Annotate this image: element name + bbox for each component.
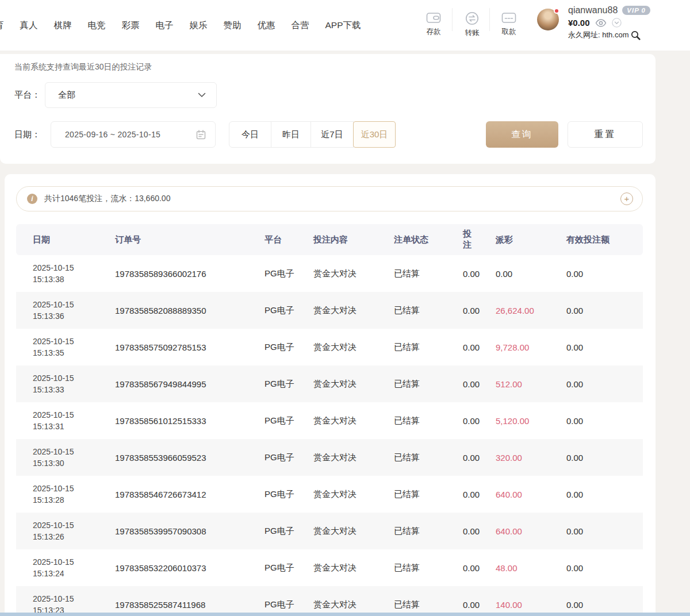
cell-valid-amount: 0.00 — [549, 402, 643, 439]
cell-bet-amount: 0.00 — [446, 586, 478, 616]
quick-30days-button[interactable]: 近30日 — [353, 121, 396, 148]
cell-platform: PG电子 — [247, 513, 296, 549]
bet-records-table: 日期订单号平台投注内容注单状态投注派彩有效投注额 2025-10-1515:13… — [16, 224, 643, 616]
filter-panel: 当前系统支持查询最近30日的投注记录 平台： 全部 日期： 2025-09-16… — [0, 54, 656, 164]
nav-item-6[interactable]: 赞助 — [224, 20, 241, 32]
summary-bar: i 共计1046笔投注，流水：13,660.00 + — [16, 186, 643, 211]
platform-select[interactable]: 全部 — [45, 82, 217, 108]
nav-item-partial[interactable]: 育 — [0, 20, 4, 32]
date-range-picker[interactable]: 2025-09-16 ~ 2025-10-15 — [51, 121, 216, 148]
bottom-scrollbar[interactable] — [0, 613, 690, 616]
user-info: qianwanu88 VIP 0 ¥0.00 永久网址: hth.com — [568, 5, 650, 40]
cell-date: 2025-10-1515:13:31 — [16, 402, 98, 439]
calendar-icon — [196, 130, 206, 140]
nav-item-9[interactable]: APP下载 — [325, 20, 361, 32]
top-bar: 育 真人棋牌电竞彩票电子娱乐赞助优惠合营APP下载 存款 转账 取款 qianw… — [0, 0, 690, 51]
eye-icon[interactable] — [595, 19, 607, 27]
vip-badge: VIP 0 — [622, 6, 650, 15]
cell-status: 已结算 — [377, 365, 446, 402]
cell-bet-amount: 0.00 — [446, 402, 478, 439]
deposit-button[interactable]: 存款 — [419, 11, 448, 37]
cell-payout: 0.00 — [478, 255, 549, 292]
table-row: 2025-10-1515:13:381978358589366002176PG电… — [16, 255, 643, 292]
date-label: 日期： — [14, 129, 40, 140]
withdraw-button[interactable]: 取款 — [494, 11, 524, 37]
nav-item-7[interactable]: 优惠 — [258, 20, 275, 32]
info-icon: i — [27, 194, 37, 204]
nav-item-1[interactable]: 棋牌 — [54, 20, 72, 32]
cell-order-number: 1978358582088889350 — [98, 292, 247, 329]
cell-bet-content: 赏金大对决 — [296, 402, 377, 439]
cell-valid-amount: 0.00 — [549, 513, 643, 549]
nav-item-2[interactable]: 电竞 — [88, 20, 106, 32]
table-row: 2025-10-1515:13:231978358525587411968PG电… — [16, 586, 643, 616]
cell-date: 2025-10-1515:13:38 — [16, 255, 98, 292]
cell-status: 已结算 — [377, 476, 446, 513]
cell-status: 已结算 — [377, 513, 446, 549]
cell-valid-amount: 0.00 — [549, 586, 643, 616]
cell-order-number: 1978358561012515333 — [98, 402, 247, 439]
table-row: 2025-10-1515:13:261978358539957090308PG电… — [16, 513, 643, 549]
cell-order-number: 1978358539957090308 — [98, 513, 247, 549]
chevron-down-circle-icon[interactable] — [612, 18, 622, 28]
column-header-7: 有效投注额 — [549, 224, 643, 255]
cell-platform: PG电子 — [247, 329, 296, 365]
username[interactable]: qianwanu88 — [568, 5, 618, 16]
platform-label: 平台： — [14, 90, 40, 101]
table-row: 2025-10-1515:13:311978358561012515333PG电… — [16, 402, 643, 439]
cell-order-number: 1978358567949844995 — [98, 365, 247, 402]
magnifier-icon[interactable] — [631, 30, 641, 40]
table-row: 2025-10-1515:13:241978358532206010373PG电… — [16, 549, 643, 586]
divider — [452, 8, 453, 31]
table-body: 2025-10-1515:13:381978358589366002176PG电… — [16, 255, 643, 616]
cell-order-number: 1978358589366002176 — [98, 255, 247, 292]
cell-platform: PG电子 — [247, 402, 296, 439]
wallet-icon — [426, 11, 441, 24]
cell-valid-amount: 0.00 — [549, 255, 643, 292]
cell-order-number: 1978358546726673412 — [98, 476, 247, 513]
quick-yesterday-button[interactable]: 昨日 — [271, 121, 311, 148]
nav-item-3[interactable]: 彩票 — [122, 20, 140, 32]
cell-payout: 512.00 — [478, 365, 549, 402]
cell-payout: 320.00 — [478, 439, 549, 476]
nav-item-0[interactable]: 真人 — [20, 20, 38, 32]
cell-bet-content: 赏金大对决 — [296, 255, 377, 292]
summary-text: 共计1046笔投注，流水：13,660.00 — [44, 194, 170, 204]
cell-bet-content: 赏金大对决 — [296, 586, 377, 616]
quick-7days-button[interactable]: 近7日 — [310, 121, 354, 148]
nav-item-8[interactable]: 合营 — [292, 20, 309, 32]
table-row: 2025-10-1515:13:361978358582088889350PG电… — [16, 292, 643, 329]
cell-date: 2025-10-1515:13:33 — [16, 365, 98, 402]
nav-item-5[interactable]: 娱乐 — [190, 20, 208, 32]
cell-bet-amount: 0.00 — [446, 439, 478, 476]
plus-circle-icon[interactable]: + — [620, 192, 633, 205]
cell-bet-amount: 0.00 — [446, 365, 478, 402]
table-row: 2025-10-1515:13:301978358553966059523PG电… — [16, 439, 643, 476]
table-row: 2025-10-1515:13:351978358575092785153PG电… — [16, 329, 643, 365]
cell-date: 2025-10-1515:13:28 — [16, 476, 98, 513]
nav-item-4[interactable]: 电子 — [156, 20, 174, 32]
platform-select-value: 全部 — [58, 90, 198, 101]
cell-payout: 140.00 — [478, 586, 549, 616]
cell-valid-amount: 0.00 — [549, 292, 643, 329]
query-button[interactable]: 查询 — [486, 121, 558, 148]
cell-order-number: 1978358553966059523 — [98, 439, 247, 476]
cell-bet-content: 赏金大对决 — [296, 513, 377, 549]
cell-order-number: 1978358525587411968 — [98, 586, 247, 616]
cell-payout: 640.00 — [478, 513, 549, 549]
cell-date: 2025-10-1515:13:26 — [16, 513, 98, 549]
quick-today-button[interactable]: 今日 — [229, 121, 271, 148]
avatar[interactable] — [537, 9, 559, 30]
cell-payout: 26,624.00 — [478, 292, 549, 329]
cell-valid-amount: 0.00 — [549, 329, 643, 365]
reset-button[interactable]: 重置 — [568, 121, 643, 148]
column-header-4: 注单状态 — [377, 224, 446, 255]
transfer-button[interactable]: 转账 — [457, 11, 487, 38]
cell-status: 已结算 — [377, 255, 446, 292]
cell-bet-content: 赏金大对决 — [296, 329, 377, 365]
cell-status: 已结算 — [377, 586, 446, 616]
date-range-value: 2025-09-16 ~ 2025-10-15 — [65, 130, 196, 139]
column-header-1: 订单号 — [98, 224, 247, 255]
cell-platform: PG电子 — [247, 439, 296, 476]
permanent-url: 永久网址: hth.com — [568, 30, 628, 40]
